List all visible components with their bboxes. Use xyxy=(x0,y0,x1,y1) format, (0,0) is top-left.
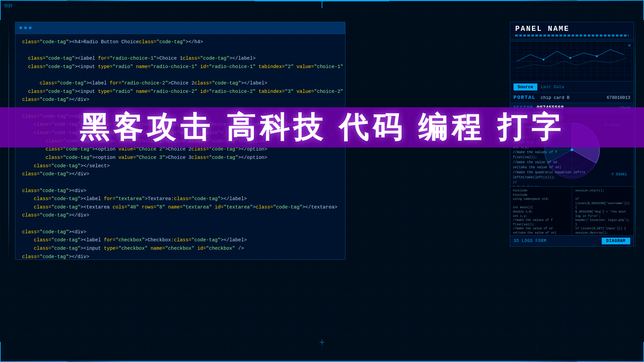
logo-form-label: 3D LOGO FORM xyxy=(514,239,546,243)
svg-point-0 xyxy=(542,59,544,61)
portal-label: PORTAL xyxy=(514,95,536,101)
corner-br xyxy=(577,342,644,362)
map-area: × xyxy=(510,41,634,81)
code-panel-topbar xyxy=(15,22,345,34)
panel-name-title: PANEL NAME xyxy=(515,25,629,33)
crosshair xyxy=(319,337,325,349)
svg-point-2 xyxy=(596,55,598,57)
panel-name-header: PANEL NAME xyxy=(510,22,634,40)
radar-y-label: Y 53561 xyxy=(611,172,627,176)
corner-bl xyxy=(0,342,67,362)
banner-text: 黑客攻击 高科技 代码 编程 打字 xyxy=(79,108,565,147)
code-snippet-right: session.start();if (isset($_SESSION['use… xyxy=(573,187,634,235)
purple-banner: 黑客攻击 高科技 代码 编程 打字 xyxy=(0,107,644,147)
chip-card-label: chip card B xyxy=(541,95,570,100)
map-close-button[interactable]: × xyxy=(628,43,631,49)
user-info: 你好 xyxy=(4,3,13,9)
source-row: Source Last Data xyxy=(510,81,634,93)
bottom-labels-row: 3D LOGO FORM DIAGRAM xyxy=(510,235,634,246)
portal-row: PORTAL chip card B 678010013 xyxy=(510,93,634,103)
code-snippet-left: #include#includeusing namespace std;int … xyxy=(510,187,571,235)
panel-dot-1 xyxy=(19,26,22,29)
source-tab[interactable]: Source xyxy=(514,83,537,90)
panel-dot-3 xyxy=(29,26,32,29)
panel-dot-2 xyxy=(24,26,27,29)
top-center-line xyxy=(322,1,322,8)
corner-tr xyxy=(577,0,644,20)
diagram-button[interactable]: DIAGRAM xyxy=(602,238,630,244)
code-snippets: #include#includeusing namespace std;int … xyxy=(510,187,634,235)
portal-id: 678010013 xyxy=(607,95,630,100)
svg-point-1 xyxy=(569,57,571,59)
last-data-tab[interactable]: Last Data xyxy=(541,84,564,89)
map-lines-svg xyxy=(510,41,634,81)
panel-name-subtitle xyxy=(515,35,629,37)
